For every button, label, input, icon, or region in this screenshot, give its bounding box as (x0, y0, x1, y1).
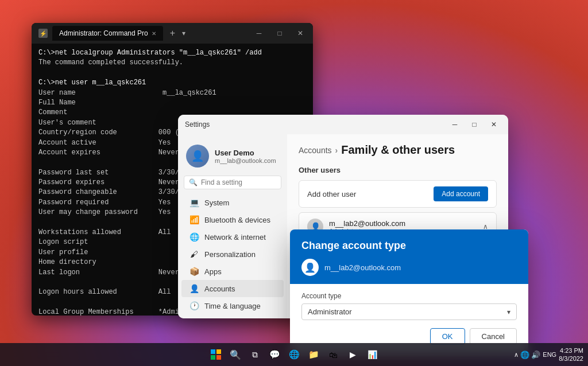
dialog-avatar-glyph: 👤 (304, 262, 316, 273)
change-account-type-dialog: Change account type 👤 m__lab2@outlook.co… (290, 229, 528, 356)
taskbar-clock[interactable]: 4:23 PM 8/3/2022 (559, 346, 583, 363)
settings-user-profile: 👤 User Demo m__lab@outlook.com (178, 139, 287, 176)
svg-rect-0 (211, 349, 215, 354)
cmd-line: C:\>net user m__la_qskc261 (38, 78, 306, 88)
sidebar-item-personalization[interactable]: 🖌 Personalization (181, 246, 284, 263)
file-explorer-icon: 📁 (308, 349, 319, 360)
cmd-line: The command completed successfully. (38, 58, 306, 68)
user-display-name: User Demo (215, 149, 279, 157)
taskbar-date-display: 8/3/2022 (559, 355, 583, 363)
store-icon: 🛍 (329, 350, 338, 360)
cmd-tab-close-icon[interactable]: ✕ (152, 30, 156, 37)
sidebar-item-system[interactable]: 💻 System (181, 194, 284, 211)
task-view-button[interactable]: ⧉ (247, 346, 263, 363)
cmd-line: C:\>net localgroup Administrators "m__la… (38, 48, 306, 58)
edge-button[interactable]: 🌐 (286, 346, 302, 363)
dialog-cancel-button[interactable]: Cancel (470, 328, 517, 345)
search-input[interactable] (201, 178, 287, 186)
avatar-glyph: 👤 (191, 150, 204, 162)
settings-search-box[interactable]: 🔍 (184, 176, 281, 189)
svg-rect-1 (216, 349, 221, 354)
sidebar-item-time[interactable]: 🕐 Time & language (181, 297, 284, 314)
sidebar-item-bluetooth[interactable]: 📶 Bluetooth & devices (181, 211, 284, 228)
sidebar-item-label: Apps (204, 267, 222, 276)
add-account-button[interactable]: Add account (434, 186, 488, 201)
taskbar: 🔍 ⧉ 💬 🌐 📁 🛍 ▶ 📊 ∧ 🌐 🔊 ENG (0, 343, 588, 366)
sidebar-item-label: Network & internet (204, 233, 266, 242)
settings-minimize-btn[interactable]: ─ (447, 117, 462, 132)
taskbar-right: ∧ 🌐 🔊 ENG 4:23 PM 8/3/2022 (514, 346, 583, 363)
start-button[interactable] (208, 346, 224, 363)
network-icon: 🌐 (189, 232, 199, 242)
breadcrumb-child: Family & other users (341, 143, 455, 157)
dialog-user-email: m__lab2@outlook.com (324, 263, 401, 272)
avatar: 👤 (186, 145, 209, 168)
store-button[interactable]: 🛍 (325, 346, 341, 363)
settings-controls: ─ □ ✕ (447, 117, 501, 132)
add-user-label: Add other user (307, 190, 356, 198)
sidebar-item-network[interactable]: 🌐 Network & internet (181, 228, 284, 246)
cmd-tab-label: Administrator: Command Pro (59, 29, 148, 37)
bluetooth-icon: 📶 (189, 215, 199, 224)
language-indicator[interactable]: ENG (543, 351, 556, 358)
sidebar-item-label: Personalization (204, 250, 256, 259)
settings-title: Settings (185, 120, 447, 129)
svg-rect-2 (211, 355, 215, 360)
cmd-app-icon: ⚡ (38, 29, 48, 38)
dialog-user-row: 👤 m__lab2@outlook.com (301, 259, 517, 276)
settings-titlebar: Settings ─ □ ✕ (178, 115, 508, 134)
media-icon: ▶ (350, 350, 356, 359)
dialog-ok-button[interactable]: OK (430, 328, 465, 345)
cmd-dropdown-icon[interactable]: ▾ (182, 29, 185, 37)
cmd-minimize-btn[interactable]: ─ (253, 29, 265, 37)
search-icon: 🔍 (189, 178, 198, 186)
dialog-header: Change account type 👤 m__lab2@outlook.co… (290, 229, 528, 284)
file-explorer-button[interactable]: 📁 (305, 346, 322, 363)
breadcrumb-parent: Accounts (299, 146, 332, 155)
taskbar-time-display: 4:23 PM (560, 346, 583, 355)
chat-button[interactable]: 💬 (266, 346, 283, 363)
settings-sidebar: 👤 User Demo m__lab@outlook.com 🔍 💻 Syste… (178, 134, 287, 318)
search-icon: 🔍 (230, 349, 241, 360)
cmd-titlebar: ⚡ Administrator: Command Pro ✕ + ▾ ─ □ ✕ (32, 23, 313, 44)
user-info: User Demo m__lab@outlook.com (215, 149, 279, 164)
cmd-controls: ─ □ ✕ (253, 29, 306, 37)
account-type-label: Account type (301, 292, 517, 300)
breadcrumb: Accounts › Family & other users (299, 143, 497, 157)
dialog-avatar: 👤 (301, 259, 319, 276)
cmd-line: User name m__la_qskc261 (38, 88, 306, 98)
cmd-line (38, 68, 306, 78)
account-type-select[interactable]: Administrator ▾ (301, 303, 517, 320)
add-user-row: Add other user Add account (299, 180, 497, 208)
sidebar-item-label: Time & language (204, 302, 261, 310)
cmd-close-btn[interactable]: ✕ (295, 29, 306, 37)
taskbar-center: 🔍 ⧉ 💬 🌐 📁 🛍 ▶ 📊 (208, 346, 380, 363)
task-view-icon: ⧉ (252, 350, 258, 360)
cmd-maximize-btn[interactable]: □ (274, 29, 285, 37)
cmd-tab[interactable]: Administrator: Command Pro ✕ (52, 26, 163, 41)
settings-maximize-btn[interactable]: □ (467, 117, 482, 132)
dialog-title: Change account type (301, 240, 517, 252)
sidebar-item-accounts[interactable]: 👤 Accounts (181, 280, 284, 297)
time-icon: 🕐 (189, 301, 199, 310)
system-tray: ∧ 🌐 🔊 (514, 351, 540, 359)
volume-icon[interactable]: 🔊 (531, 351, 540, 359)
apps-icon: 📦 (189, 267, 199, 276)
settings-close-btn[interactable]: ✕ (486, 117, 501, 132)
sidebar-item-gaming[interactable]: 🎮 Gaming (181, 314, 284, 318)
personalization-icon: 🖌 (189, 250, 199, 259)
other-users-section-label: Other users (299, 166, 497, 174)
sidebar-item-apps[interactable]: 📦 Apps (181, 263, 284, 280)
chevron-up-icon[interactable]: ∧ (514, 351, 519, 359)
accounts-icon: 👤 (189, 284, 199, 293)
cmd-new-tab-icon[interactable]: + (170, 28, 175, 38)
extra-app-button[interactable]: 📊 (364, 346, 380, 363)
select-chevron-icon: ▾ (507, 308, 510, 316)
network-icon[interactable]: 🌐 (520, 351, 529, 359)
user-email: m__lab@outlook.com (215, 157, 279, 164)
account-type-value: Administrator (308, 307, 502, 316)
search-button[interactable]: 🔍 (227, 346, 243, 363)
media-button[interactable]: ▶ (345, 346, 361, 363)
dialog-body: Account type Administrator ▾ (290, 284, 528, 328)
sidebar-item-label: System (204, 198, 229, 207)
